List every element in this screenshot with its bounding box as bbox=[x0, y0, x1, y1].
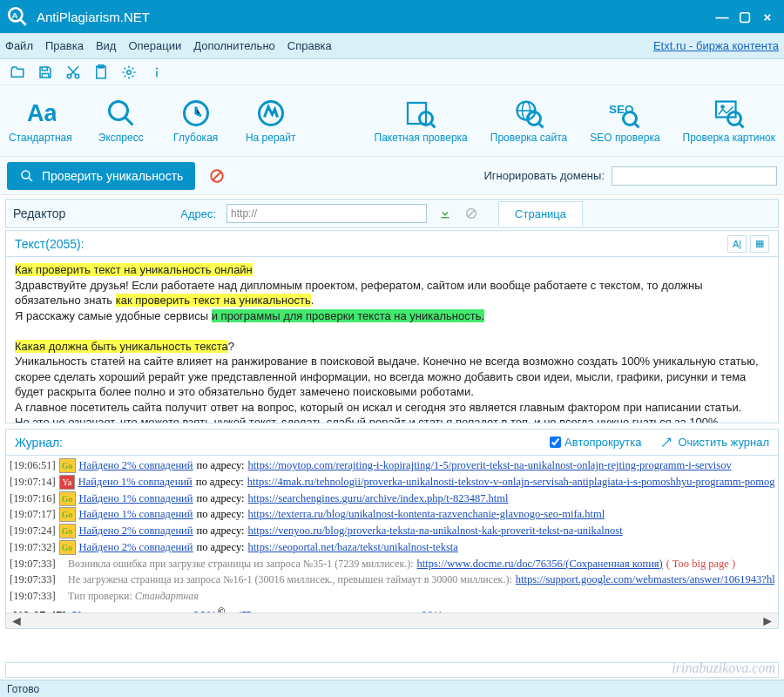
maximize-button[interactable]: ▢ bbox=[733, 8, 756, 25]
globe-icon bbox=[513, 98, 544, 129]
magnify-icon bbox=[105, 98, 137, 129]
svg-text:Aa: Aa bbox=[27, 100, 56, 126]
svg-line-12 bbox=[125, 117, 132, 125]
journal: Журнал: Автопрокрутка Очистить журнал [1… bbox=[5, 429, 779, 629]
autoscroll-checkbox[interactable]: Автопрокрутка bbox=[550, 436, 641, 449]
svg-line-1 bbox=[20, 19, 26, 25]
svg-line-17 bbox=[431, 124, 436, 128]
editor-header: Текст(2055): bbox=[15, 237, 84, 251]
info-icon[interactable] bbox=[148, 64, 166, 81]
address-label: Адрес: bbox=[180, 207, 216, 220]
ribbon-rewrite[interactable]: На рерайт bbox=[245, 98, 297, 144]
journal-row: [19:07:24] Go Найдено 2% совпадений по а… bbox=[10, 523, 774, 539]
cancel-icon[interactable] bbox=[209, 168, 225, 184]
editor-label: Редактор bbox=[13, 206, 65, 220]
journal-row: [19:07:16] Go Найдено 1% совпадений по а… bbox=[10, 491, 774, 507]
ribbon-batch[interactable]: Пакетная проверка bbox=[375, 98, 468, 144]
svg-point-11 bbox=[109, 101, 127, 119]
settings-icon[interactable] bbox=[120, 64, 138, 81]
image-check-icon bbox=[713, 98, 745, 129]
cut-icon[interactable] bbox=[64, 64, 82, 81]
disabled-icon bbox=[463, 206, 479, 221]
horizontal-scrollbar[interactable]: ◄► bbox=[6, 612, 778, 628]
ignore-domains-input[interactable] bbox=[612, 166, 777, 186]
ribbon-deep[interactable]: Глубокая bbox=[170, 98, 222, 144]
ribbon-express[interactable]: Экспресс bbox=[95, 98, 147, 144]
journal-title: Журнал: bbox=[15, 436, 63, 450]
svg-point-8 bbox=[156, 67, 158, 69]
editor-body[interactable]: Как проверить текст на уникальность онла… bbox=[6, 257, 778, 423]
journal-row: [19:07:17] Go Найдено 1% совпадений по а… bbox=[10, 506, 774, 523]
address-input[interactable] bbox=[226, 204, 427, 223]
ribbon-standard[interactable]: Aa Стандартная bbox=[9, 98, 72, 144]
ribbon-images[interactable]: Проверка картинок bbox=[683, 98, 775, 144]
menubar: Файл Правка Вид Операции Дополнительно С… bbox=[0, 33, 784, 59]
svg-line-33 bbox=[213, 172, 221, 179]
check-uniqueness-button[interactable]: Проверить уникальность bbox=[7, 162, 195, 190]
address-bar: Редактор Адрес: Страница bbox=[5, 199, 779, 228]
close-button[interactable]: × bbox=[756, 8, 779, 25]
menu-extra[interactable]: Дополнительно bbox=[193, 39, 275, 52]
svg-line-29 bbox=[740, 124, 744, 128]
svg-text:SEO: SEO bbox=[609, 103, 634, 116]
svg-point-7 bbox=[127, 70, 132, 74]
app-title: AntiPlagiarism.NET bbox=[37, 10, 711, 24]
ribbon-seo[interactable]: SEO SEO проверка bbox=[590, 98, 659, 144]
svg-rect-34 bbox=[441, 217, 449, 218]
journal-row: [19:06:51] Go Найдено 2% совпадений по а… bbox=[10, 457, 774, 474]
svg-text:A: A bbox=[12, 10, 18, 20]
open-icon[interactable] bbox=[9, 64, 26, 81]
etxt-link[interactable]: Etxt.ru - биржа контента bbox=[653, 39, 779, 52]
watermark: irinabuzikova.com bbox=[672, 660, 775, 676]
action-bar: Проверить уникальность Игнорировать доме… bbox=[0, 157, 784, 195]
journal-row: [19:07:32] Go Найдено 2% совпадений по а… bbox=[10, 539, 774, 556]
svg-line-31 bbox=[29, 178, 32, 181]
editor: Текст(2055): A| ▦ Как проверить текст на… bbox=[5, 230, 779, 423]
ignore-domains-label: Игнорировать домены: bbox=[483, 169, 605, 182]
minimize-button[interactable]: — bbox=[711, 8, 733, 25]
clock-icon bbox=[180, 98, 212, 129]
layout-icon[interactable]: ▦ bbox=[750, 235, 769, 253]
batch-icon bbox=[405, 98, 436, 129]
app-logo: A bbox=[5, 4, 30, 29]
svg-rect-9 bbox=[156, 71, 158, 77]
font-icon[interactable]: A| bbox=[727, 235, 747, 253]
clear-journal-button[interactable]: Очистить журнал bbox=[660, 436, 769, 449]
svg-point-28 bbox=[727, 112, 740, 125]
statusbar: Готово bbox=[0, 680, 784, 697]
menu-help[interactable]: Справка bbox=[287, 39, 332, 52]
titlebar: A AntiPlagiarism.NET — ▢ × bbox=[0, 0, 784, 33]
menu-view[interactable]: Вид bbox=[96, 39, 117, 52]
svg-line-22 bbox=[539, 124, 544, 128]
svg-line-36 bbox=[468, 210, 475, 217]
menu-operations[interactable]: Операции bbox=[128, 39, 181, 52]
ribbon-site[interactable]: Проверка сайта bbox=[490, 98, 568, 144]
toolbar bbox=[0, 59, 784, 85]
bottom-edit-strip[interactable] bbox=[5, 662, 779, 678]
tab-page[interactable]: Страница bbox=[498, 201, 583, 226]
ribbon: Aa Стандартная Экспресс Глубокая На рера… bbox=[0, 85, 784, 157]
journal-body[interactable]: [19:06:51] Go Найдено 2% совпадений по а… bbox=[6, 456, 778, 612]
journal-row: [19:07:14] Ya Найдено 1% совпадений по а… bbox=[10, 474, 774, 491]
paste-icon[interactable] bbox=[92, 64, 110, 81]
svg-line-25 bbox=[635, 124, 639, 128]
text-mode-icon: Aa bbox=[24, 98, 56, 129]
svg-rect-26 bbox=[716, 101, 736, 117]
download-icon[interactable] bbox=[437, 206, 453, 221]
menu-edit[interactable]: Правка bbox=[45, 39, 84, 52]
save-icon[interactable] bbox=[37, 64, 54, 81]
svg-point-27 bbox=[720, 105, 725, 109]
rewrite-icon bbox=[255, 98, 287, 129]
status-ready: Готово bbox=[7, 683, 39, 695]
seo-icon: SEO bbox=[609, 98, 640, 129]
svg-point-30 bbox=[22, 171, 30, 179]
menu-file[interactable]: Файл bbox=[5, 39, 33, 52]
